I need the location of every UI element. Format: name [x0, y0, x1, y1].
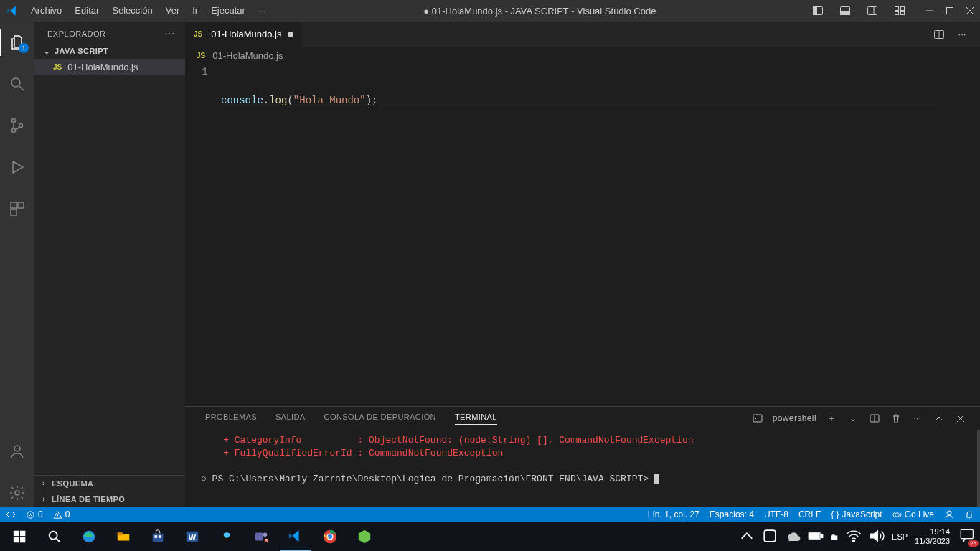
split-editor-icon[interactable] — [931, 29, 947, 40]
explorer-header: EXPLORADOR ··· — [34, 22, 185, 43]
chevron-right-icon: › — [39, 479, 49, 487]
status-notifications-icon[interactable] — [964, 509, 974, 519]
status-line-col[interactable]: Lín. 1, col. 27 — [648, 509, 699, 519]
close-button[interactable] — [960, 0, 980, 22]
folder-root[interactable]: ⌄ JAVA SCRIPT — [34, 43, 185, 59]
terminal-output[interactable]: + CategoryInfo : ObjectNotFound: (node:S… — [185, 430, 980, 507]
tab-problemas[interactable]: PROBLEMAS — [205, 413, 257, 424]
customize-layout-icon[interactable] — [890, 0, 910, 22]
folder-name: JAVA SCRIPT — [55, 47, 108, 55]
start-button[interactable] — [4, 522, 36, 551]
kill-terminal-icon[interactable] — [890, 413, 903, 423]
close-panel-icon[interactable] — [954, 414, 967, 423]
tray-language[interactable]: 🖿 — [831, 532, 839, 541]
tab-terminal[interactable]: TERMINAL — [455, 413, 497, 425]
tab-salida[interactable]: SALIDA — [275, 413, 306, 424]
activity-settings-icon[interactable] — [0, 479, 34, 507]
tray-wifi-icon[interactable] — [846, 528, 862, 545]
dirty-dot-icon[interactable] — [288, 32, 293, 37]
taskbar-search-icon[interactable] — [39, 522, 70, 551]
layout-controls — [808, 0, 913, 22]
svg-point-52 — [263, 533, 268, 537]
explorer-badge: 1 — [19, 43, 29, 53]
tray-battery-icon[interactable] — [808, 528, 824, 545]
svg-rect-3 — [841, 11, 850, 15]
tray-input-language[interactable]: ESP — [892, 532, 908, 541]
outline-label: ESQUEMA — [52, 479, 93, 488]
menu-editar[interactable]: Editar — [69, 0, 105, 22]
svg-rect-6 — [895, 7, 899, 11]
menu-more[interactable]: ··· — [253, 0, 272, 22]
svg-rect-61 — [809, 533, 819, 538]
code-editor[interactable]: 1 console.log("Hola Mundo"); — [185, 63, 980, 406]
status-remote-icon[interactable] — [6, 509, 16, 519]
activity-search-icon[interactable] — [0, 70, 34, 98]
menu-archivo[interactable]: Archivo — [25, 0, 67, 22]
taskbar-file-explorer-icon[interactable] — [108, 522, 139, 551]
terminal-shell-name[interactable]: powershell — [773, 413, 816, 423]
status-feedback-icon[interactable] — [944, 509, 954, 519]
taskbar-copilot-icon[interactable] — [211, 522, 242, 551]
outline-section[interactable]: › ESQUEMA — [34, 475, 185, 491]
token-object: console — [221, 95, 263, 106]
chevron-down-icon: ⌄ — [42, 47, 52, 55]
svg-rect-45 — [153, 533, 164, 542]
status-spaces[interactable]: Espacios: 4 — [710, 509, 754, 519]
terminal-dropdown-icon[interactable]: ⌄ — [847, 413, 859, 423]
taskbar-vscode-icon[interactable] — [280, 522, 311, 551]
editor-more-icon[interactable]: ··· — [954, 29, 970, 39]
svg-rect-4 — [868, 7, 877, 15]
menu-ejecutar[interactable]: Ejecutar — [205, 0, 251, 22]
menu-ir[interactable]: Ir — [187, 0, 204, 22]
code-body[interactable]: console.log("Hola Mundo"); — [221, 63, 980, 406]
status-errors[interactable]: 0 — [26, 509, 43, 519]
menu-seleccion[interactable]: Selección — [106, 0, 158, 22]
terminal-prompt[interactable]: ○ PS C:\Users\Marly Zarrate\Desktop\Logi… — [201, 473, 967, 486]
activity-extensions-icon[interactable] — [0, 195, 34, 222]
taskbar-store-icon[interactable] — [142, 522, 174, 551]
file-item[interactable]: JS 01-HolaMundo.js — [34, 59, 185, 75]
maximize-panel-icon[interactable] — [933, 414, 946, 423]
status-golive[interactable]: Go Live — [892, 509, 934, 519]
split-terminal-icon[interactable] — [868, 413, 881, 423]
menu-ver[interactable]: Ver — [160, 0, 186, 22]
toggle-panel-icon[interactable] — [835, 0, 855, 22]
svg-rect-63 — [961, 529, 973, 538]
panel-more-icon[interactable]: ··· — [911, 413, 924, 423]
svg-rect-37 — [14, 531, 19, 536]
taskbar-edge-icon[interactable] — [73, 522, 105, 551]
tray-clock[interactable]: 19:14 11/3/2023 — [915, 527, 953, 546]
activity-run-debug-icon[interactable] — [0, 154, 34, 181]
tray-onedrive-icon[interactable] — [785, 528, 801, 545]
tray-chevron-icon[interactable] — [739, 528, 755, 545]
minimize-button[interactable] — [920, 0, 940, 22]
minimap[interactable] — [937, 63, 980, 406]
toggle-secondary-sidebar-icon[interactable] — [862, 0, 882, 22]
toggle-primary-sidebar-icon[interactable] — [808, 0, 828, 22]
tab-consola[interactable]: CONSOLA DE DEPURACIÓN — [324, 413, 436, 424]
activity-accounts-icon[interactable] — [0, 438, 34, 465]
maximize-button[interactable] — [940, 0, 960, 22]
timeline-section[interactable]: › LÍNEA DE TIEMPO — [34, 491, 185, 507]
status-encoding[interactable]: UTF-8 — [764, 509, 788, 519]
editor-tab[interactable]: JS 01-HolaMundo.js — [185, 22, 303, 47]
explorer-more-icon[interactable]: ··· — [164, 27, 175, 40]
terminal-profile-icon[interactable] — [751, 413, 764, 423]
svg-rect-38 — [20, 531, 25, 536]
editor-actions: ··· — [931, 22, 980, 47]
status-warnings[interactable]: 0 — [53, 509, 70, 519]
taskbar-node-icon[interactable] — [349, 522, 380, 551]
taskbar-teams-icon[interactable]: 3 — [245, 522, 277, 551]
activity-explorer-icon[interactable]: 1 — [0, 29, 34, 56]
golive-label: Go Live — [905, 509, 934, 519]
status-eol[interactable]: CRLF — [798, 509, 821, 519]
tray-app-icon[interactable] — [762, 528, 778, 545]
tray-volume-icon[interactable] — [869, 528, 885, 545]
tray-notifications-icon[interactable]: 25 — [960, 528, 976, 545]
taskbar-word-icon[interactable]: W — [176, 522, 208, 551]
taskbar-chrome-icon[interactable] — [314, 522, 346, 551]
status-language[interactable]: { } JavaScript — [831, 509, 882, 519]
new-terminal-icon[interactable]: ＋ — [825, 413, 838, 425]
activity-source-control-icon[interactable] — [0, 112, 34, 139]
breadcrumb[interactable]: JS 01-HolaMundo.js — [185, 47, 980, 63]
